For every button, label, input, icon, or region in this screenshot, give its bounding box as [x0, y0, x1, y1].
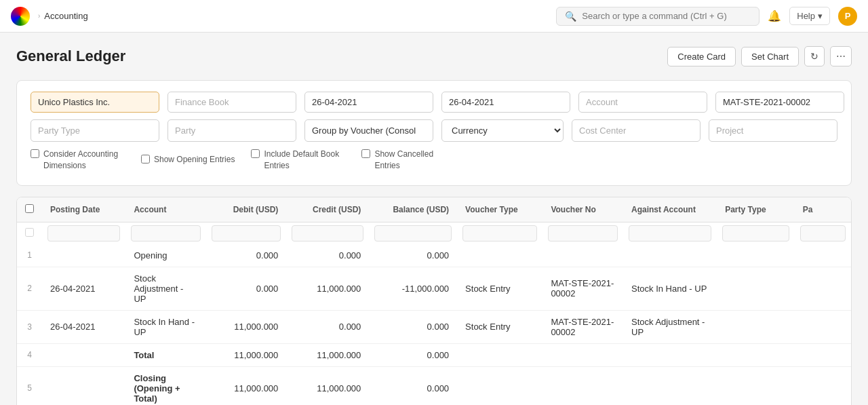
- avatar: P: [838, 7, 857, 26]
- select-all-checkbox[interactable]: [25, 204, 34, 213]
- show-opening-checkbox[interactable]: Show Opening Entries: [141, 154, 235, 166]
- cell-debit: 0.000: [206, 267, 287, 310]
- help-chevron-icon: ▾: [818, 11, 823, 21]
- cell-account: Total: [125, 343, 205, 366]
- refresh-button[interactable]: ↻: [804, 46, 825, 66]
- finance-book-filter[interactable]: [167, 92, 296, 113]
- cell-date: 26-04-2021: [42, 310, 125, 343]
- col-voucher-no: Voucher No: [542, 197, 623, 223]
- cell-credit: 11,000.000: [286, 366, 369, 405]
- table-row: 5 Closing (Opening + Total) 11,000.000 1…: [17, 366, 851, 405]
- currency-filter[interactable]: Currency: [441, 119, 564, 142]
- cell-party: [795, 244, 851, 267]
- company-filter[interactable]: [31, 92, 159, 113]
- cell-party-type: [717, 267, 795, 310]
- cell-credit: 11,000.000: [286, 267, 369, 310]
- include-default-checkbox[interactable]: Include Default Book Entries: [251, 149, 345, 172]
- show-opening-input[interactable]: [141, 155, 150, 163]
- filter-row-checkbox[interactable]: [22, 228, 37, 237]
- col-credit: Credit (USD): [286, 197, 369, 223]
- table-row: 4 Total 11,000.000 11,000.000 0.000: [17, 343, 851, 366]
- table-row: 2 26-04-2021 Stock Adjustment - UP 0.000…: [17, 267, 851, 310]
- cell-against-account: [623, 366, 717, 405]
- top-nav: › Accounting 🔍 🔔 Help ▾ P: [0, 0, 868, 33]
- cell-account: Opening: [125, 244, 205, 267]
- show-cancelled-input[interactable]: [361, 149, 370, 158]
- cell-party: [795, 310, 851, 343]
- cell-credit: 0.000: [286, 310, 369, 343]
- voucher-no-filter[interactable]: [715, 92, 844, 113]
- col-balance: Balance (USD): [369, 197, 457, 223]
- cell-debit: 11,000.000: [206, 310, 287, 343]
- filter-party-type-input[interactable]: [722, 225, 789, 242]
- cell-party-type: [717, 366, 795, 405]
- nav-right: 🔔 Help ▾ P: [768, 7, 857, 26]
- table-row: 3 26-04-2021 Stock In Hand - UP 11,000.0…: [17, 310, 851, 343]
- cell-voucher-type: [457, 366, 542, 405]
- filter-area: Currency Consider Accounting Dimensions …: [16, 80, 852, 186]
- col-account: Account: [125, 197, 205, 223]
- col-voucher-type: Voucher Type: [457, 197, 542, 223]
- party-filter[interactable]: [167, 119, 296, 142]
- cell-date: [42, 366, 125, 405]
- cell-against-account: Stock In Hand - UP: [623, 267, 717, 310]
- search-bar[interactable]: 🔍: [556, 7, 760, 26]
- cell-balance: 0.000: [369, 310, 457, 343]
- cell-voucher-no: [542, 343, 623, 366]
- create-card-button[interactable]: Create Card: [667, 47, 736, 66]
- cell-credit: 11,000.000: [286, 343, 369, 366]
- cell-voucher-no: [542, 366, 623, 405]
- cell-party-type: [717, 244, 795, 267]
- notifications-button[interactable]: 🔔: [768, 9, 781, 22]
- from-date-filter[interactable]: [304, 92, 433, 113]
- cell-voucher-no: MAT-STE-2021-00002: [542, 310, 623, 343]
- filter-against-account-input[interactable]: [629, 225, 711, 242]
- filter-voucher-type-input[interactable]: [462, 225, 537, 242]
- cell-balance: 0.000: [369, 244, 457, 267]
- app-logo: [11, 7, 30, 26]
- filter-row-2: Currency: [31, 119, 837, 142]
- account-filter[interactable]: [578, 92, 707, 113]
- group-by-filter[interactable]: [304, 119, 433, 142]
- cell-balance: 0.000: [369, 366, 457, 405]
- project-filter[interactable]: [709, 119, 837, 142]
- cell-date: 26-04-2021: [42, 267, 125, 310]
- include-default-input[interactable]: [251, 149, 260, 158]
- to-date-filter[interactable]: [441, 92, 570, 113]
- filter-party-input[interactable]: [800, 225, 846, 242]
- row-num: 3: [17, 310, 42, 343]
- page-title: General Ledger: [16, 47, 125, 65]
- consider-accounting-input[interactable]: [31, 149, 39, 158]
- filter-date-input[interactable]: [47, 225, 120, 242]
- cell-credit: 0.000: [286, 244, 369, 267]
- table-filter-row: [17, 222, 851, 244]
- breadcrumb: › Accounting: [38, 11, 88, 21]
- row-num: 5: [17, 366, 42, 405]
- help-button[interactable]: Help ▾: [789, 7, 830, 25]
- party-type-filter[interactable]: [31, 119, 159, 142]
- search-input[interactable]: [582, 11, 751, 21]
- set-chart-button[interactable]: Set Chart: [741, 47, 799, 66]
- cell-voucher-no: [542, 244, 623, 267]
- table-header-row: Posting Date Account Debit (USD) Credit …: [17, 197, 851, 223]
- cell-date: [42, 343, 125, 366]
- cell-account: Stock Adjustment - UP: [125, 267, 205, 310]
- cell-account: Closing (Opening + Total): [125, 366, 205, 405]
- filter-voucher-no-input[interactable]: [548, 225, 618, 242]
- more-options-button[interactable]: ⋯: [830, 46, 852, 66]
- cell-balance: -11,000.000: [369, 267, 457, 310]
- cell-balance: 0.000: [369, 343, 457, 366]
- cost-center-filter[interactable]: [572, 119, 701, 142]
- filter-balance-input[interactable]: [374, 225, 452, 242]
- filter-debit-input[interactable]: [212, 225, 281, 242]
- main-content: General Ledger Create Card Set Chart ↻ ⋯…: [0, 33, 868, 405]
- row-num: 2: [17, 267, 42, 310]
- breadcrumb-app-name: Accounting: [44, 11, 87, 21]
- ledger-table: Posting Date Account Debit (USD) Credit …: [17, 197, 851, 405]
- filter-credit-input[interactable]: [292, 225, 363, 242]
- filter-account-input[interactable]: [131, 225, 200, 242]
- show-cancelled-checkbox[interactable]: Show Cancelled Entries: [361, 149, 456, 172]
- cell-voucher-type: Stock Entry: [457, 310, 542, 343]
- cell-against-account: [623, 343, 717, 366]
- consider-accounting-checkbox[interactable]: Consider Accounting Dimensions: [31, 149, 125, 172]
